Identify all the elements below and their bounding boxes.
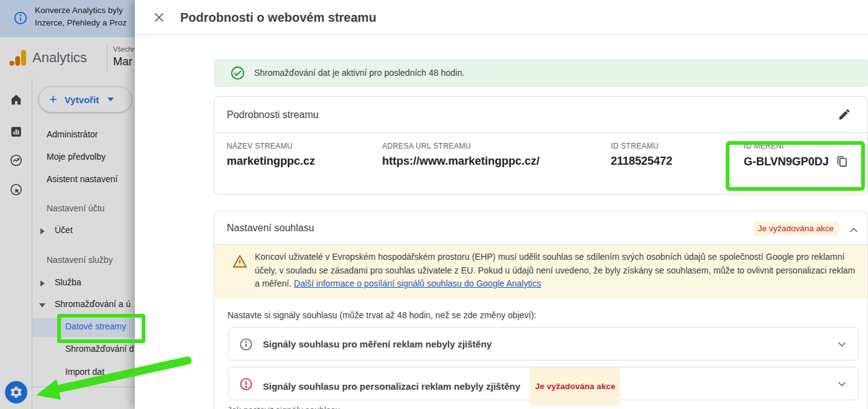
field-value: https://www.marketingppc.cz/	[382, 155, 539, 168]
action-required-badge: Je vyžadována akce	[753, 221, 839, 236]
panel-header: Podrobnosti o webovém streamu	[135, 0, 868, 35]
check-circle-icon	[231, 66, 245, 80]
stream-details-panel: Podrobnosti o webovém streamu Shromažďov…	[135, 0, 868, 409]
field-label: NÁZEV STREAMU	[227, 142, 315, 150]
chevron-down-icon[interactable]	[836, 378, 848, 390]
error-icon	[239, 377, 253, 391]
chevron-up-icon[interactable]	[847, 224, 860, 236]
consent-card-title: Nastavení souhlasu	[227, 212, 314, 244]
consent-signal-row-personalization[interactable]: Signály souhlasu pro personalizaci rekla…	[228, 367, 859, 400]
status-banner: Shromažďování dat je aktivní pro posledn…	[214, 59, 868, 87]
consent-warning: Koncoví uživatelé v Evropském hospodářsk…	[214, 245, 867, 299]
field-label: ID MĚŘENÍ	[744, 142, 849, 150]
field-label: ID STREAMU	[611, 142, 672, 150]
card-divider	[214, 132, 867, 133]
field-stream-name: NÁZEV STREAMU marketingppc.cz	[227, 142, 315, 168]
signal-row-text: Signály souhlasu pro měření reklam nebyl…	[263, 328, 491, 361]
cutoff-text: Jak nastavit signály souhlasu	[227, 405, 340, 409]
warning-icon	[232, 254, 248, 270]
stream-card-title: Podrobnosti streamu	[227, 97, 319, 132]
consent-signal-row-measurement[interactable]: Signály souhlasu pro měření reklam nebyl…	[228, 327, 859, 361]
field-stream-id: ID STREAMU 2118525472	[611, 142, 672, 168]
consent-setup-hint: Nastavte si signály souhlasu (může trvat…	[227, 310, 536, 320]
modal-scrim[interactable]	[0, 0, 135, 409]
field-value: marketingppc.cz	[227, 155, 315, 168]
stream-details-card: Podrobnosti streamu NÁZEV STREAMU market…	[214, 96, 868, 195]
status-banner-text: Shromažďování dat je aktivní pro posledn…	[254, 59, 465, 87]
consent-warning-text: Koncoví uživatelé v Evropském hospodářsk…	[255, 250, 859, 291]
field-label: ADRESA URL STREAMU	[382, 142, 539, 150]
measurement-id-value: G-BLVN9GP0DJ	[744, 155, 829, 168]
field-stream-url: ADRESA URL STREAMU https://www.marketing…	[382, 142, 539, 168]
warning-link[interactable]: Další informace o posílání signálů souhl…	[294, 278, 541, 288]
close-icon[interactable]	[152, 11, 166, 24]
edit-icon[interactable]	[838, 108, 851, 121]
action-required-badge: Je vyžadována akce	[530, 367, 620, 406]
panel-title: Podrobnosti o webovém streamu	[180, 0, 377, 35]
field-value: 2118525472	[611, 155, 672, 168]
chevron-down-icon[interactable]	[836, 338, 848, 351]
copy-icon[interactable]	[835, 155, 849, 168]
signal-row-text: Signály souhlasu pro personalizaci rekla…	[263, 370, 520, 403]
field-measurement-id: ID MĚŘENÍ G-BLVN9GP0DJ	[744, 142, 849, 168]
screen: Konverze Analytics byly Inzerce, Přehled…	[0, 0, 868, 409]
consent-settings-card: Nastavení souhlasu Je vyžadována akce Ko…	[214, 211, 868, 409]
info-icon	[239, 338, 253, 351]
